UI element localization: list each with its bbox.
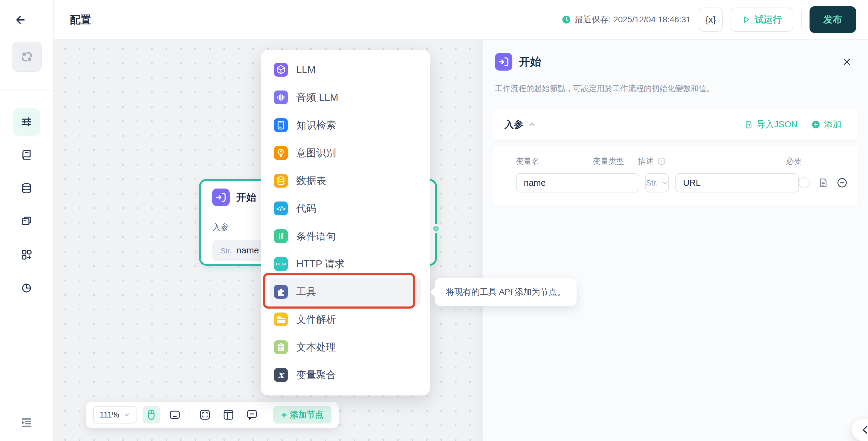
required-checkbox[interactable] [799,177,809,188]
minimap-icon [168,408,181,421]
menu-item-code[interactable]: </> 代码 [261,195,430,222]
lightbulb-icon [274,146,288,160]
canvas-toolbar: 111% [86,402,339,428]
play-icon [742,16,750,24]
copy-pages-icon [20,214,33,228]
topbar-divider [801,11,802,28]
last-saved: 最近保存: 2025/12/04 18:46:31 [562,14,691,25]
tooltip-text: 将现有的工具 API 添加为节点。 [446,286,566,298]
fit-view-icon [198,408,211,421]
comment-bubble-icon [246,408,258,421]
node-param-chip[interactable]: Str. name [212,240,267,261]
toolbar-divider [190,408,190,422]
topbar: 配置 最近保存: 2025/12/04 18:46:31 {x} 试运行 发布 [54,0,868,40]
sidebar-item-knowledge[interactable] [13,141,40,169]
test-run-button[interactable]: 试运行 [731,7,793,32]
sidebar-item-plugins[interactable] [13,241,40,268]
variable-x-icon: x [274,368,288,382]
clock-icon [562,15,571,24]
reference-doc-button[interactable] [818,178,828,188]
variable-name-input[interactable] [516,173,639,193]
llm-icon [274,63,288,77]
http-icon: HTTP [274,257,288,271]
sidebar-item-templates[interactable] [13,208,40,235]
close-panel-button[interactable] [840,55,854,69]
chevron-left-icon [860,424,868,436]
collapse-section-button[interactable] [528,121,536,128]
menu-item-label: 代码 [296,202,316,215]
param-name-label: name [236,245,259,256]
add-node-dropdown: LLM 音频 LLM 知识检索 [261,50,430,395]
menu-item-datatable[interactable]: 数据表 [261,167,430,195]
menu-item-label: 文件解析 [296,313,336,326]
variables-button[interactable]: {x} [699,7,723,32]
blocks-add-icon [20,248,33,262]
minimap-button[interactable] [166,406,184,423]
param-row: Str. [516,173,847,193]
mouse-icon [145,408,158,421]
header-required: 必要 [786,156,847,167]
folder-icon [274,313,288,326]
header-variable-type: 变量类型 [593,156,631,167]
left-sidebar [0,0,54,441]
menu-item-condition[interactable]: If 条件语句 [261,222,430,250]
database-icon [20,181,33,195]
puzzle-icon [274,285,288,299]
workflow-logo[interactable] [12,41,42,72]
sidebar-item-workflow-config[interactable] [13,108,40,136]
menu-item-audio-llm[interactable]: 音频 LLM [261,84,430,111]
help-circle-icon[interactable]: ? [657,157,666,166]
row-controls [799,177,847,188]
header-variable-name: 变量名 [516,156,587,167]
clipboard-icon [274,340,288,354]
layout-button[interactable] [220,406,237,423]
menu-item-http[interactable]: HTTP HTTP 请求 [261,250,430,278]
toolbar-divider [267,408,267,422]
zoom-select[interactable]: 111% [93,406,136,423]
menu-item-tool[interactable]: 工具 [270,278,421,305]
menu-item-label: 工具 [296,285,316,299]
workflow-editor-app: { "colors": { "accent_teal": "#35C3A4", … [0,0,868,441]
variable-type-value: Str. [646,178,658,187]
params-table: 变量名 变量类型 描述 ? 必要 Str. [493,146,858,206]
panel-header: 开始 [493,53,858,70]
add-param-button[interactable]: 添加 [811,119,841,130]
menu-item-label: 数据表 [296,174,326,187]
menu-item-knowledge[interactable]: 知识检索 [261,111,430,139]
plus-circle-icon [811,120,820,129]
last-saved-label: 最近保存: 2025/12/04 18:46:31 [575,14,691,25]
comment-button[interactable] [243,406,261,423]
menu-item-label: LLM [296,64,315,76]
variable-type-select[interactable]: Str. [645,173,669,193]
node-output-port[interactable] [432,224,441,233]
flow-canvas[interactable]: 开始 入参 Str. name LLM [54,40,482,441]
menu-item-llm[interactable]: LLM [261,56,430,84]
menu-item-file-parse[interactable]: 文件解析 [261,305,430,333]
chevron-down-icon [661,179,668,186]
pie-chart-icon [20,281,33,295]
publish-button[interactable]: 发布 [809,6,856,33]
fit-view-button[interactable] [196,406,214,423]
menu-item-label: HTTP 请求 [296,257,345,271]
page-title: 配置 [70,13,91,27]
knowledge-book-icon [274,118,288,132]
sidebar-divider [0,90,53,91]
add-node-button[interactable]: + 添加节点 [273,406,332,423]
menu-item-label: 文本处理 [296,341,336,354]
menu-item-text-process[interactable]: 文本处理 [261,333,430,361]
sidebar-item-analytics[interactable] [13,274,40,302]
zoom-level: 111% [99,410,119,419]
sidebar-collapse-button[interactable] [13,413,40,433]
menu-item-label: 音频 LLM [296,91,338,105]
sidebar-item-database[interactable] [13,174,40,202]
start-node-icon [495,53,513,70]
menu-item-intent[interactable]: 意图识别 [261,139,430,167]
menu-item-label: 变量聚合 [296,368,336,382]
back-button[interactable] [13,12,28,28]
description-input[interactable] [675,173,799,193]
sliders-icon [20,115,33,129]
import-json-button[interactable]: 导入JSON [744,119,798,130]
remove-row-button[interactable] [837,177,847,188]
menu-item-variable-merge[interactable]: x 变量聚合 [261,361,430,389]
mouse-mode-button[interactable] [143,406,160,423]
